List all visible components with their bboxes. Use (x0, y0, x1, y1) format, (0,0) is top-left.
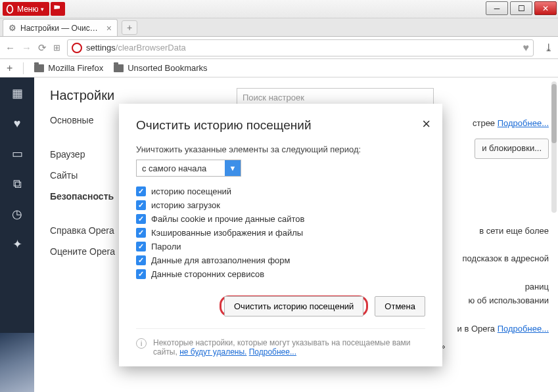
opera-icon (5, 5, 14, 14)
opera-logo-icon (72, 43, 82, 53)
scrollbar[interactable] (551, 81, 557, 213)
history-icon[interactable]: ◷ (9, 206, 25, 222)
dialog-title: Очистить историю посещений (136, 118, 425, 133)
tabs-icon[interactable]: ⧉ (9, 176, 25, 192)
downloads-icon[interactable]: ⤓ (544, 41, 553, 54)
speed-dial-flag-icon[interactable] (51, 2, 65, 16)
menu-label: Меню (17, 5, 38, 14)
sidebar-wallpaper (0, 333, 34, 392)
option-label: Пароли (151, 242, 181, 251)
dialog-close-button[interactable]: × (422, 116, 430, 133)
chevron-down-icon: ▼ (225, 160, 241, 176)
bg-text-6: и в Opera (457, 324, 496, 334)
time-period-select[interactable]: с самого начала ▼ (136, 160, 241, 177)
checkbox-cookies[interactable]: ✓ (136, 214, 146, 224)
forward-button[interactable]: → (22, 42, 32, 53)
option-label: историю загрузок (151, 200, 220, 210)
bookmarks-heart-icon[interactable]: ♥ (9, 116, 25, 131)
reload-button[interactable]: ⟳ (38, 42, 47, 54)
add-bookmark-icon[interactable]: + (7, 62, 12, 74)
learn-more-link[interactable]: Подробнее... (498, 118, 549, 128)
folder-icon (34, 64, 44, 72)
opera-sidebar: ▦ ♥ ▭ ⧉ ◷ ✦ (0, 77, 34, 392)
app-menu-button[interactable]: Меню ▾ (3, 2, 49, 16)
new-tab-button[interactable]: + (122, 20, 137, 35)
option-label: Данные для автозаполнения форм (151, 255, 291, 265)
plus-icon: + (127, 22, 132, 33)
info-icon: i (136, 338, 147, 349)
bookmark-label: Mozilla Firefox (48, 63, 103, 73)
option-label: историю посещений (151, 186, 231, 196)
learn-more-link-2[interactable]: Подробнее... (498, 324, 549, 334)
block-list-button[interactable]: и блокировки... (475, 139, 549, 159)
annotation-highlight: Очистить историю посещений (220, 295, 368, 316)
dialog-info: i Некоторые настройки, которые могут ука… (136, 328, 425, 357)
info-learn-more-link[interactable]: Подробнее... (249, 347, 296, 357)
clear-history-dialog: × Очистить историю посещений Уничтожить … (119, 104, 442, 366)
option-label: Кэшированные изображения и файлы (151, 228, 303, 238)
clear-button[interactable]: Очистить историю посещений (224, 296, 363, 316)
favorite-icon[interactable]: ♥ (523, 42, 530, 54)
checkbox-thirdparty[interactable]: ✓ (136, 269, 146, 279)
option-label: Данные сторонних сервисов (151, 269, 264, 279)
url-text: settings/clearBrowserData (86, 43, 519, 53)
url-field[interactable]: settings/clearBrowserData ♥ (67, 39, 534, 56)
close-window-button[interactable]: ✕ (534, 1, 557, 15)
chevron-down-icon: ▾ (41, 6, 44, 12)
bookmark-label: Unsorted Bookmarks (128, 63, 207, 73)
bookmark-folder[interactable]: Unsorted Bookmarks (114, 63, 207, 73)
tab-title: Настройки — Очистить и… (20, 24, 100, 33)
window-titlebar: Меню ▾ ─ ☐ ✕ (0, 0, 558, 18)
close-icon: ✕ (542, 4, 549, 13)
speed-dial-icon[interactable]: ▦ (9, 85, 25, 101)
checkbox-passwords[interactable]: ✓ (136, 242, 146, 251)
tab-bar: ⚙ Настройки — Очистить и… × + (0, 18, 558, 37)
back-button[interactable]: ← (5, 42, 15, 53)
minimize-icon: ─ (494, 4, 500, 13)
folder-icon (114, 64, 124, 72)
extensions-icon[interactable]: ✦ (9, 236, 25, 252)
tab-close-icon[interactable]: × (106, 23, 112, 33)
checkbox-autofill[interactable]: ✓ (136, 255, 146, 265)
active-tab[interactable]: ⚙ Настройки — Очистить и… × (3, 19, 118, 36)
maximize-icon: ☐ (518, 4, 525, 13)
checkbox-browsing-history[interactable]: ✓ (136, 186, 146, 196)
bg-text-1: стрее (473, 118, 495, 128)
minimize-button[interactable]: ─ (486, 1, 508, 15)
bookmark-folder[interactable]: Mozilla Firefox (34, 63, 103, 73)
maximize-button[interactable]: ☐ (510, 1, 532, 15)
option-label: Файлы cookie и прочие данные сайтов (151, 214, 304, 224)
separator (23, 62, 24, 74)
select-value: с самого начала (142, 163, 206, 173)
checkbox-cache[interactable]: ✓ (136, 228, 146, 238)
scrollbar-thumb[interactable] (551, 84, 557, 143)
address-bar: ← → ⟳ ⊞ settings/clearBrowserData ♥ ⤓ (0, 37, 558, 59)
gear-icon: ⚙ (9, 23, 16, 33)
news-icon[interactable]: ▭ (9, 146, 25, 162)
svg-point-0 (7, 5, 13, 12)
apps-icon[interactable]: ⊞ (53, 43, 60, 53)
dialog-description: Уничтожить указанные элементы за следующ… (136, 144, 425, 154)
info-not-deleted-link[interactable]: не будут удалены. (179, 347, 246, 357)
bookmarks-bar: + Mozilla Firefox Unsorted Bookmarks (0, 59, 558, 77)
checkbox-download-history[interactable]: ✓ (136, 200, 146, 210)
cancel-button[interactable]: Отмена (375, 296, 425, 316)
